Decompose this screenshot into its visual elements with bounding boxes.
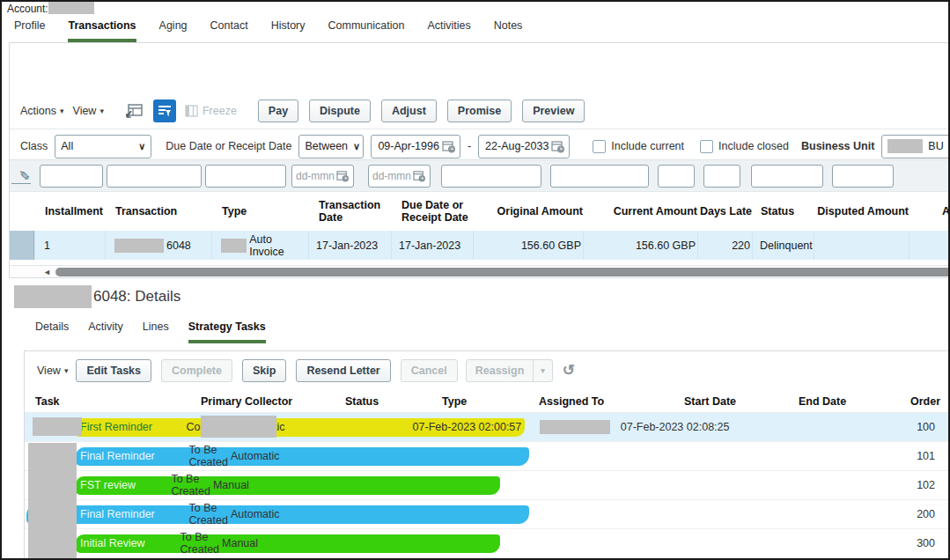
include-closed-checkbox[interactable] — [700, 140, 713, 153]
dispute-button[interactable]: Dispute — [309, 99, 371, 122]
col-assigned-to[interactable]: Assigned To — [539, 395, 684, 408]
qbe-transaction-date-input[interactable] — [296, 170, 335, 182]
col-transaction-date[interactable]: Transaction Date — [310, 199, 393, 225]
col-original-amount[interactable]: Original Amount — [475, 205, 585, 217]
qbe-status-input[interactable] — [703, 165, 740, 188]
qbe-disputed-amount-input[interactable] — [751, 165, 823, 188]
col-end-date[interactable]: End Date — [799, 395, 909, 408]
tab-activities[interactable]: Activities — [427, 19, 470, 42]
end-date-value — [503, 471, 722, 499]
reassign-split-button[interactable]: Reassign ▾ — [466, 359, 553, 382]
view-menu-label: View — [73, 105, 97, 117]
detach-icon[interactable] — [125, 103, 144, 119]
tasks-view-menu[interactable]: View ▾ — [37, 365, 68, 377]
resend-letter-button[interactable]: Resend Letter — [296, 359, 390, 382]
col-current-amount[interactable]: Current Amount — [585, 205, 699, 217]
cancel-button[interactable]: Cancel — [401, 359, 458, 382]
filter-row: Class All ∨ Due Date or Receipt Date Bet… — [20, 133, 950, 159]
view-menu[interactable]: View ▾ — [73, 105, 104, 117]
class-select[interactable]: All ∨ — [55, 135, 151, 158]
transaction-row[interactable]: 1 6048 Auto Invoice 17-Jan-2023 17-Jan-2… — [10, 231, 949, 260]
tab-history[interactable]: History — [271, 19, 306, 42]
type-cell: Auto Invoice — [211, 231, 308, 260]
edit-tasks-button[interactable]: Edit Tasks — [76, 359, 151, 382]
calendar-clock-icon[interactable] — [336, 170, 350, 182]
col-primary-collector[interactable]: Primary Collector — [201, 395, 345, 408]
order-value: 100 — [733, 413, 949, 441]
refresh-icon[interactable]: ↺ — [563, 361, 575, 379]
tab-transactions[interactable]: Transactions — [68, 19, 136, 42]
qbe-due-date-input[interactable] — [372, 170, 411, 182]
date-to-field[interactable]: 22-Aug-2033 — [478, 135, 570, 158]
qbe-original-amount-input[interactable] — [441, 165, 541, 188]
task-row[interactable]: Final Reminder To Be Created Automatic 2… — [25, 500, 949, 529]
reassign-dropdown-icon[interactable]: ▾ — [533, 360, 552, 381]
adjust-button[interactable]: Adjust — [381, 99, 437, 122]
col-type[interactable]: Type — [213, 205, 310, 217]
details-title-text: 6048: Details — [93, 288, 180, 306]
task-row[interactable]: Initial Review To Be Created Manual 300 — [25, 529, 949, 558]
task-row[interactable]: First Reminder Complete Automatic 07-Feb… — [25, 413, 949, 442]
due-date-filter-label: Due Date or Receipt Date — [166, 140, 291, 152]
tab-notes[interactable]: Notes — [494, 19, 523, 42]
col-task-type[interactable]: Type — [442, 395, 539, 408]
tab-details[interactable]: Details — [35, 321, 69, 343]
col-disputed-amount[interactable]: Disputed Amount — [815, 205, 910, 217]
col-days-late[interactable]: Days Late — [699, 205, 754, 217]
tab-lines[interactable]: Lines — [143, 321, 169, 343]
col-task[interactable]: Task — [25, 395, 201, 408]
col-task-status[interactable]: Status — [345, 395, 442, 408]
tab-contact[interactable]: Contact — [210, 19, 248, 42]
date-from-field[interactable]: 09-Apr-1996 — [371, 135, 460, 158]
qbe-installment-input[interactable] — [40, 165, 103, 188]
preview-button[interactable]: Preview — [522, 99, 585, 122]
col-status[interactable]: Status — [754, 205, 815, 217]
row-selector-cell[interactable] — [10, 231, 34, 260]
col-start-date[interactable]: Start Date — [684, 395, 799, 408]
tab-activity[interactable]: Activity — [88, 321, 123, 343]
task-row[interactable]: Final Reminder To Be Created Automatic 1… — [25, 442, 949, 471]
horizontal-scrollbar[interactable]: ◄ — [10, 265, 949, 278]
complete-button[interactable]: Complete — [161, 359, 232, 382]
tab-aging[interactable]: Aging — [159, 19, 188, 42]
include-current-checkbox[interactable] — [593, 140, 606, 153]
actions-menu[interactable]: Actions ▾ — [20, 105, 64, 117]
date-range-separator: - — [468, 140, 471, 152]
tab-communication[interactable]: Communication — [328, 19, 405, 42]
freeze-button[interactable]: Freeze — [185, 105, 237, 117]
date-operator-select[interactable]: Between ∨ — [298, 135, 364, 158]
transaction-number-cell[interactable]: 6048 — [105, 231, 211, 260]
promise-button[interactable]: Promise — [447, 99, 512, 122]
start-date-value — [312, 500, 521, 528]
task-row[interactable]: FST review To Be Created Manual 102 — [25, 471, 949, 500]
account-label: Account: — [7, 3, 48, 15]
pay-button[interactable]: Pay — [258, 99, 298, 122]
toolbar-divider — [10, 129, 949, 129]
qbe-overflow-input[interactable] — [832, 165, 894, 188]
skip-button[interactable]: Skip — [242, 359, 286, 382]
scroll-left-arrow-icon[interactable]: ◄ — [43, 268, 51, 276]
col-overflow[interactable]: A — [910, 205, 949, 217]
task-type-value: Manual — [219, 529, 258, 557]
col-order[interactable]: Order — [909, 395, 950, 408]
qbe-days-late-input[interactable] — [658, 165, 695, 188]
qbe-type-input[interactable] — [205, 165, 286, 188]
primary-collector-cell — [155, 500, 188, 528]
order-value: 300 — [725, 529, 949, 557]
query-by-example-toggle-icon[interactable] — [153, 99, 176, 122]
col-due-date[interactable]: Due Date or Receipt Date — [393, 199, 475, 225]
tab-profile[interactable]: Profile — [14, 19, 45, 42]
tab-strategy-tasks[interactable]: Strategy Tasks — [188, 321, 266, 343]
col-installment[interactable]: Installment — [36, 205, 107, 217]
task-status-value: To Be Created — [187, 500, 227, 528]
business-unit-select[interactable]: BU ∨ — [881, 135, 950, 158]
calendar-clock-icon[interactable] — [413, 170, 426, 182]
qbe-transaction-input[interactable] — [107, 165, 202, 188]
business-unit-redacted — [887, 139, 923, 153]
end-date-value — [508, 529, 725, 557]
col-transaction[interactable]: Transaction — [107, 205, 213, 217]
scrollbar-thumb[interactable] — [55, 268, 950, 276]
qbe-current-amount-input[interactable] — [550, 165, 649, 188]
reassign-button[interactable]: Reassign — [467, 360, 534, 381]
order-value: 200 — [732, 500, 949, 528]
